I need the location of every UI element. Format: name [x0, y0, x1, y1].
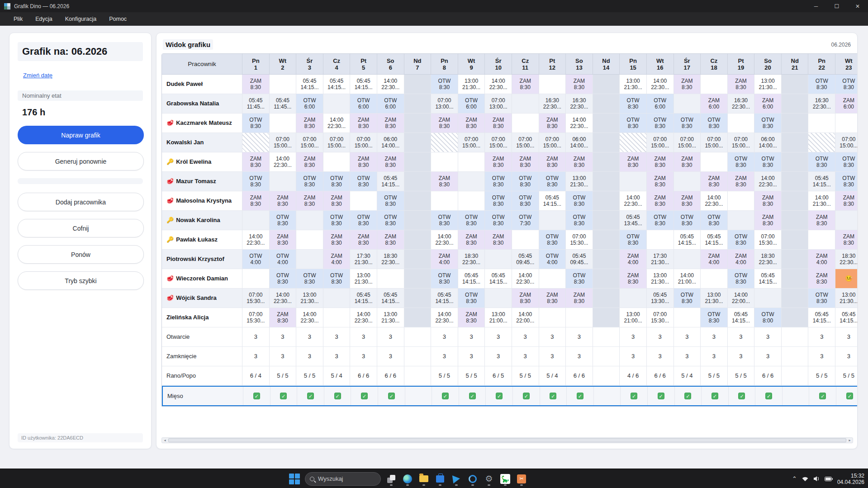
schedule-cell[interactable]: 3	[700, 327, 727, 346]
schedule-cell[interactable]: ZAM8:30	[350, 230, 377, 249]
unavailable-cell[interactable]	[808, 133, 835, 152]
schedule-cell[interactable]: ✓	[836, 387, 858, 405]
schedule-cell[interactable]	[781, 347, 808, 366]
schedule-cell[interactable]	[539, 308, 566, 327]
schedule-cell[interactable]: 13:0021:00...	[484, 308, 512, 327]
schedule-cell[interactable]: 3	[619, 327, 646, 346]
schedule-cell[interactable]: ZAM8:30	[835, 191, 858, 210]
schedule-cell[interactable]: OTW8:30	[458, 211, 485, 230]
schedule-cell[interactable]	[404, 172, 431, 191]
schedule-cell[interactable]	[727, 191, 754, 210]
schedule-cell[interactable]: 3	[269, 327, 296, 346]
schedule-cell[interactable]: 3	[754, 327, 781, 346]
schedule-cell[interactable]	[835, 211, 858, 230]
schedule-cell[interactable]: OTW8:30	[700, 308, 727, 327]
minimize-button[interactable]: ─	[806, 0, 826, 12]
schedule-cell[interactable]: ZAM8:30	[565, 289, 593, 308]
schedule-cell[interactable]: OTW8:30	[377, 191, 404, 210]
schedule-cell[interactable]: 3	[539, 347, 566, 366]
schedule-cell[interactable]: 07:0013:00...	[484, 94, 512, 113]
schedule-cell[interactable]: ZAM8:30	[565, 152, 593, 171]
schedule-cell[interactable]: 3	[350, 327, 377, 346]
schedule-cell[interactable]	[512, 230, 539, 249]
schedule-cell[interactable]: OTW6:00	[377, 94, 404, 113]
schedule-cell[interactable]	[754, 289, 781, 308]
task-view-icon[interactable]	[385, 472, 397, 486]
schedule-cell[interactable]: ZAM8:30	[700, 172, 727, 191]
redo-button[interactable]: Ponów	[18, 245, 144, 264]
schedule-cell[interactable]: 14:0022:30...	[484, 75, 512, 94]
schedule-cell[interactable]: OTW4:00	[539, 250, 566, 269]
schedule-cell[interactable]	[593, 366, 620, 385]
schedule-cell[interactable]: 13:0021:30...	[700, 289, 727, 308]
schedule-cell[interactable]: ZAM8:30	[484, 152, 512, 171]
clock[interactable]: 15:32 04.04.2026	[837, 473, 864, 485]
schedule-cell[interactable]	[404, 250, 431, 269]
schedule-cell[interactable]	[323, 94, 350, 113]
schedule-cell[interactable]: 07:0015:30...	[565, 230, 593, 249]
volume-icon[interactable]	[813, 476, 820, 482]
schedule-cell[interactable]: OTW8:30	[484, 211, 512, 230]
grafik-dino-app-icon[interactable]: 🦕	[499, 472, 511, 486]
schedule-cell[interactable]	[593, 289, 620, 308]
schedule-cell[interactable]: 07:0015:00...	[835, 133, 858, 152]
schedule-cell[interactable]: OTW6:00	[458, 94, 485, 113]
schedule-cell[interactable]: ZAM4:00	[323, 250, 350, 269]
schedule-cell[interactable]: 14:0022:30...	[431, 308, 458, 327]
schedule-cell[interactable]: OTW8:30	[754, 152, 781, 171]
schedule-cell[interactable]: ZAM8:30	[539, 114, 566, 133]
schedule-cell[interactable]: 3	[431, 347, 458, 366]
schedule-cell[interactable]: 3	[377, 327, 404, 346]
schedule-cell[interactable]: 6 / 6	[350, 366, 377, 385]
vscode-icon[interactable]	[451, 472, 462, 486]
close-button[interactable]: ✕	[847, 0, 868, 12]
schedule-cell[interactable]: 07:0015:00...	[674, 133, 701, 152]
schedule-cell[interactable]: OTW8:30	[835, 75, 858, 94]
schedule-cell[interactable]: ✓	[459, 387, 486, 405]
schedule-cell[interactable]: OTW8:30	[646, 114, 674, 133]
schedule-cell[interactable]	[404, 308, 431, 327]
schedule-cell[interactable]: 07:0015:00...	[727, 133, 754, 152]
schedule-cell[interactable]: 13:0021:30...	[296, 289, 323, 308]
schedule-cell[interactable]: 6 / 5	[484, 366, 512, 385]
schedule-cell[interactable]: 14:0022:30...	[242, 230, 269, 249]
schedule-cell[interactable]: 16:3022:30...	[808, 94, 835, 113]
schedule-cell[interactable]	[781, 94, 808, 113]
schedule-cell[interactable]	[269, 114, 296, 133]
schedule-cell[interactable]: OTW8:30	[727, 152, 754, 171]
schedule-cell[interactable]: 05:4509:45...	[512, 250, 539, 269]
schedule-cell[interactable]	[781, 172, 808, 191]
schedule-cell[interactable]: 3	[323, 347, 350, 366]
schedule-cell[interactable]: ZAM8:30	[674, 152, 701, 171]
schedule-cell[interactable]: ZAM4:00	[700, 250, 727, 269]
schedule-cell[interactable]	[565, 308, 593, 327]
schedule-cell[interactable]: 17:3021:30...	[646, 250, 674, 269]
schedule-cell[interactable]: OTW8:30	[565, 191, 593, 210]
scroll-left-arrow-icon[interactable]: ◂	[162, 438, 168, 443]
schedule-cell[interactable]: OTW8:00	[754, 308, 781, 327]
schedule-cell[interactable]: 07:0015:00...	[269, 133, 296, 152]
schedule-cell[interactable]: OTW8:30	[296, 269, 323, 288]
schedule-cell[interactable]: ZAM8:30	[377, 152, 404, 171]
schedule-cell[interactable]	[674, 250, 701, 269]
schedule-cell[interactable]: OTW8:30	[646, 211, 674, 230]
schedule-cell[interactable]: OTW8:30	[619, 114, 646, 133]
schedule-cell[interactable]: ZAM8:30	[350, 114, 377, 133]
schedule-cell[interactable]: 05:4514:15...	[431, 289, 458, 308]
schedule-cell[interactable]	[404, 114, 431, 133]
schedule-cell[interactable]: OTW8:30	[484, 172, 512, 191]
schedule-cell[interactable]: OTW8:30	[674, 211, 701, 230]
schedule-cell[interactable]: OTW8:30	[700, 114, 727, 133]
schedule-cell[interactable]: 05:4509:45...	[565, 250, 593, 269]
schedule-cell[interactable]: 05:4514:15...	[727, 308, 754, 327]
schedule-cell[interactable]: 3	[242, 327, 269, 346]
schedule-cell[interactable]: 3	[296, 327, 323, 346]
schedule-cell[interactable]: 14:0021:00...	[674, 269, 701, 288]
schedule-cell[interactable]: 05:4514:15...	[484, 269, 512, 288]
schedule-cell[interactable]: OTW8:30	[431, 211, 458, 230]
schedule-cell[interactable]: 5 / 4	[539, 366, 566, 385]
schedule-cell[interactable]: 05:4514:15...	[835, 308, 858, 327]
schedule-cell[interactable]: 5 / 4	[674, 366, 701, 385]
schedule-cell[interactable]: 3	[269, 347, 296, 366]
schedule-cell[interactable]: ✓	[674, 387, 702, 405]
